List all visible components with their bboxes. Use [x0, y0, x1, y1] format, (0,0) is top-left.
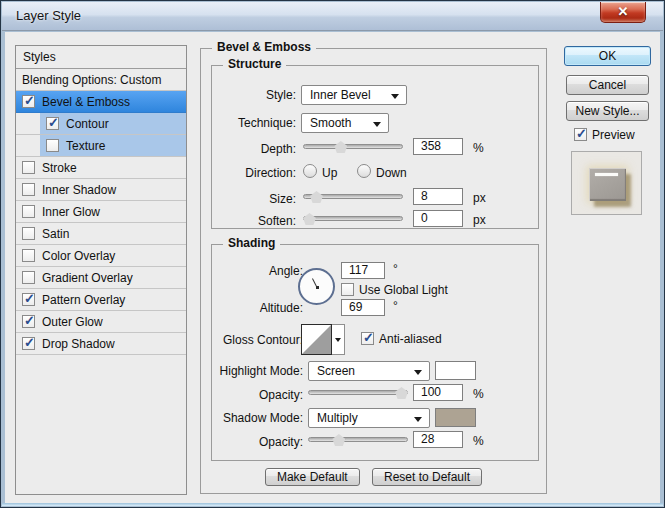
slider-track[interactable] — [308, 390, 408, 395]
sidebar-item-inner-shadow[interactable]: Inner Shadow — [16, 179, 186, 201]
slider-thumb[interactable] — [395, 387, 408, 399]
anti-aliased-label: Anti-aliased — [379, 332, 442, 346]
slider-track[interactable] — [303, 144, 403, 149]
shadow-color-swatch[interactable] — [435, 408, 476, 427]
checkbox-icon[interactable] — [22, 205, 35, 218]
slider-thumb[interactable] — [303, 213, 316, 225]
shadow-opacity-unit: % — [473, 434, 484, 448]
checkbox-icon[interactable] — [22, 161, 35, 174]
soften-input[interactable]: 0 — [413, 210, 463, 227]
direction-up-radio[interactable] — [303, 164, 317, 178]
slider-thumb[interactable] — [310, 191, 323, 203]
altitude-unit: ° — [393, 299, 398, 313]
structure-group: Structure Style: Inner Bevel Technique: … — [211, 65, 539, 229]
style-value: Inner Bevel — [310, 88, 371, 102]
structure-title: Structure — [223, 57, 286, 71]
gloss-contour-thumbnail[interactable] — [301, 324, 332, 355]
gloss-contour-dropdown-arrow[interactable] — [332, 324, 345, 355]
anti-aliased-checkbox[interactable] — [361, 332, 374, 345]
size-slider[interactable] — [303, 190, 403, 203]
checkbox-icon[interactable] — [22, 249, 35, 262]
dialog-body: Styles Blending Options: Custom Bevel & … — [5, 32, 660, 503]
styles-panel: Styles Blending Options: Custom Bevel & … — [15, 45, 187, 495]
make-default-button[interactable]: Make Default — [265, 468, 360, 486]
highlight-mode-dropdown[interactable]: Screen — [308, 361, 430, 381]
preview-checkbox[interactable] — [574, 128, 587, 141]
highlight-opacity-label: Opacity: — [212, 388, 303, 402]
sidebar-item-inner-glow[interactable]: Inner Glow — [16, 201, 186, 223]
slider-track[interactable] — [303, 216, 403, 221]
highlight-opacity-slider[interactable] — [308, 386, 408, 399]
checkbox-icon[interactable] — [22, 227, 35, 240]
ok-button[interactable]: OK — [564, 46, 651, 66]
preview-thumbnail — [571, 151, 642, 215]
direction-label: Direction: — [212, 166, 296, 180]
sidebar-item-stroke[interactable]: Stroke — [16, 157, 186, 179]
sidebar-item-outer-glow[interactable]: Outer Glow — [16, 311, 186, 333]
shading-title: Shading — [223, 236, 280, 250]
altitude-input[interactable]: 69 — [341, 299, 385, 316]
styles-header: Styles — [16, 46, 186, 69]
slider-track[interactable] — [308, 437, 408, 442]
checkbox-icon[interactable] — [46, 117, 59, 130]
depth-slider[interactable] — [303, 140, 403, 153]
titlebar[interactable]: Layer Style ✕ — [2, 2, 663, 31]
close-button[interactable]: ✕ — [600, 2, 646, 23]
gloss-contour-label: Gloss Contour: — [212, 333, 303, 347]
sidebar-item-blending-options[interactable]: Blending Options: Custom — [16, 69, 186, 91]
shadow-mode-value: Multiply — [317, 411, 358, 425]
slider-thumb[interactable] — [332, 434, 345, 446]
depth-input[interactable]: 358 — [413, 138, 463, 155]
shadow-opacity-slider[interactable] — [308, 433, 408, 446]
new-style-button[interactable]: New Style... — [566, 101, 649, 121]
highlight-mode-value: Screen — [317, 364, 355, 378]
slider-thumb[interactable] — [334, 141, 347, 153]
sidebar-item-texture[interactable]: Texture — [16, 135, 186, 157]
reset-to-default-button[interactable]: Reset to Default — [372, 468, 482, 486]
checkbox-icon[interactable] — [22, 271, 35, 284]
highlight-bg — [40, 135, 186, 156]
checkbox-icon[interactable] — [22, 293, 35, 306]
shadow-mode-label: Shadow Mode: — [212, 411, 303, 425]
sidebar-item-contour[interactable]: Contour — [16, 113, 186, 135]
sidebar-item-color-overlay[interactable]: Color Overlay — [16, 245, 186, 267]
shadow-mode-dropdown[interactable]: Multiply — [308, 408, 430, 428]
technique-dropdown[interactable]: Smooth — [301, 113, 389, 133]
checkbox-icon[interactable] — [46, 139, 59, 152]
checkbox-icon[interactable] — [22, 95, 35, 108]
cancel-button[interactable]: Cancel — [566, 75, 649, 95]
sidebar-item-satin[interactable]: Satin — [16, 223, 186, 245]
style-label: Style: — [212, 88, 296, 102]
size-unit: px — [473, 191, 486, 205]
highlight-color-swatch[interactable] — [435, 361, 476, 380]
window-title: Layer Style — [16, 8, 81, 23]
angle-center-dot — [316, 286, 319, 289]
depth-unit: % — [473, 141, 484, 155]
panel-title: Bevel & Emboss — [212, 40, 316, 54]
checkbox-icon[interactable] — [22, 315, 35, 328]
sidebar-item-gradient-overlay[interactable]: Gradient Overlay — [16, 267, 186, 289]
use-global-light-checkbox[interactable] — [341, 283, 354, 296]
size-input[interactable]: 8 — [413, 188, 463, 205]
sidebar-item-drop-shadow[interactable]: Drop Shadow — [16, 333, 186, 355]
shading-group: Shading Angle: 117 ° Use Global Light Al… — [211, 244, 539, 461]
highlight-opacity-input[interactable]: 100 — [413, 384, 463, 401]
checkbox-icon[interactable] — [22, 183, 35, 196]
technique-label: Technique: — [212, 116, 296, 130]
angle-label: Angle: — [212, 264, 303, 278]
direction-down-radio[interactable] — [357, 164, 371, 178]
preview-highlight-line — [595, 173, 618, 176]
sidebar-item-bevel-emboss[interactable]: Bevel & Emboss — [16, 91, 186, 113]
technique-value: Smooth — [310, 116, 351, 130]
size-label: Size: — [212, 192, 296, 206]
shadow-opacity-input[interactable]: 28 — [413, 431, 463, 448]
sidebar-item-pattern-overlay[interactable]: Pattern Overlay — [16, 289, 186, 311]
angle-dial[interactable] — [298, 268, 335, 305]
style-dropdown[interactable]: Inner Bevel — [301, 85, 407, 105]
checkbox-icon[interactable] — [22, 337, 35, 350]
use-global-light-label: Use Global Light — [359, 283, 448, 297]
soften-slider[interactable] — [303, 212, 403, 225]
contour-shape — [302, 325, 331, 354]
depth-label: Depth: — [212, 142, 296, 156]
angle-input[interactable]: 117 — [341, 262, 385, 279]
